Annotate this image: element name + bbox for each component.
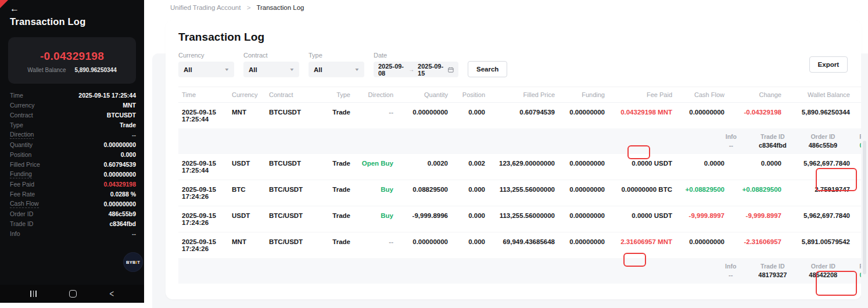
detail-pair-trade-id: Trade IDc8364fbd [759,133,787,149]
table-cell: BTC/USDT [266,232,320,259]
table-cell: 2.75919747 [785,180,853,206]
mobile-page-title: Transaction Log [10,16,85,27]
table-cell: Trade [320,103,354,129]
table-cell: -- [354,103,397,129]
table-cell: Trade [320,180,354,206]
mobile-field-row: TypeTrade [10,120,136,130]
scrollbar-track[interactable] [861,53,868,303]
mobile-field-value: 0.60794539 [104,161,136,168]
table-cell: 0.00000000 BTC [608,180,676,206]
detail-pair-trade-id: Trade ID48179327 [758,263,787,278]
bybit-logo-badge[interactable]: BYBIT [123,252,143,272]
table-cell: 0.00000000 [676,232,728,259]
mobile-field-row: Fee Paid0.04329198 [10,179,136,189]
wallet-balance-value: 5,890.96250344 [74,67,116,73]
detail-pair-value: 486c55b9 [809,142,838,149]
desktop-panel: Unified Trading Account > Transaction Lo… [144,0,868,308]
page-title: Transaction Log [178,31,856,44]
table-cell: MNT [228,103,266,129]
mobile-field-label: Direction [10,131,34,139]
detail-pair-value: c8364fbd [759,142,787,149]
transaction-log-card: Transaction Log Currency All ▼ Contract … [166,20,862,299]
mobile-field-value: 2025-09-15 17:25:44 [78,92,136,99]
table-cell: 0.000 [451,180,489,206]
scrollbar-thumb[interactable] [863,141,866,274]
table-cell: 2.31606957 MNT [608,232,676,259]
table-cell: 0.00000000 [558,103,608,129]
table-cell: 0.0000 [676,154,728,180]
mobile-field-value: 0.00000000 [104,141,136,148]
mobile-field-label: Type [10,121,23,128]
table-cell: BTCUSDT [266,103,320,129]
table-cell: MNT [228,232,266,259]
currency-select[interactable]: All ▼ [178,62,234,77]
mobile-field-row: Order ID486c55b9 [10,209,136,219]
detail-pair-label: Info [725,263,736,270]
type-filter-group: Type All ▼ [309,52,364,77]
detail-pair-info: Info-- [725,263,736,278]
table-cell: 0.04329198 MNT [608,103,676,129]
date-range-picker[interactable]: 2025-09-08 → 2025-09-15 [374,62,458,77]
detail-pair-label: Trade ID [758,263,787,270]
detail-pair-order-id: Order ID486c55b9 [809,133,838,149]
recording-corner-marker [0,0,8,8]
expanded-detail-row: Info--Trade ID48179327Order ID48542208Fe… [178,258,868,284]
export-button[interactable]: Export [809,56,848,73]
recents-icon[interactable] [30,291,37,297]
mobile-field-value: 0.04329198 [104,181,136,188]
table-cell: Trade [320,154,354,180]
transaction-table: TimeCurrencyContractTypeDirectionQuantit… [178,87,856,284]
column-header: Quantity [397,87,451,103]
table-cell: +0.08829500 [676,180,728,206]
transaction-table-body: 2025-09-1517:25:44MNTBTCUSDTTrade--0.000… [178,103,868,284]
summary-amount: -0.04329198 [8,50,136,63]
mobile-field-row: Info-- [10,228,136,238]
detail-pair-order-id: Order ID48542208 [809,263,837,278]
column-header: Direction [354,87,397,103]
search-button[interactable]: Search [468,61,507,77]
detail-pair-label: Order ID [809,263,837,270]
table-cell: Trade [320,232,354,259]
currency-select-value: All [184,66,192,73]
mobile-field-label: Funding [10,170,32,178]
wallet-balance-label: Wallet Balance [27,67,66,73]
table-cell: 113,255.56000000 [489,180,558,206]
contract-select[interactable]: All ▼ [243,62,299,77]
detail-pairs: Info--Trade IDc8364fbdOrder ID486c55b9Fe… [178,128,868,154]
mobile-field-value: 0.00000000 [104,200,136,207]
mobile-field-value: -- [132,131,136,138]
table-cell: Open Buy [354,154,397,180]
column-header: Position [451,87,489,103]
type-select[interactable]: All ▼ [309,62,364,77]
table-cell: 0.0000 USDT [608,206,676,232]
detail-pair-value: 48542208 [809,271,837,278]
contract-filter-label: Contract [243,52,299,59]
date-filter-label: Date [374,52,458,59]
detail-pairs: Info--Trade ID48179327Order ID48542208Fe… [178,258,868,284]
table-cell: USDT [228,154,266,180]
table-cell: +0.08829500 [728,180,785,206]
table-cell: Trade [320,206,354,232]
mobile-field-list: Time2025-09-15 17:25:44CurrencyMNTContra… [10,90,136,238]
home-icon[interactable] [69,290,77,298]
table-cell: -9,999.8996 [397,206,451,232]
detail-pair-value: -- [725,271,736,278]
table-cell: -- [354,232,397,259]
date-filter-group: Date 2025-09-08 → 2025-09-15 [374,52,458,77]
table-cell: 0.00000000 [676,103,728,129]
mobile-field-row: Cash Flow0.00000000 [10,199,136,209]
breadcrumb-parent[interactable]: Unified Trading Account [170,4,241,11]
mobile-field-value: Trade [120,121,136,128]
column-header: Currency [228,87,266,103]
calendar-icon [448,66,454,73]
table-cell: -9,999.8997 [676,206,728,232]
column-header: Change [728,87,785,103]
currency-filter-group: Currency All ▼ [178,52,234,77]
nav-back-icon[interactable]: < [109,288,114,299]
table-cell: 0.00000000 [397,103,451,129]
table-row: 2025-09-1517:24:26USDTBTC/USDTTradeBuy-9… [178,206,868,232]
mobile-field-row: Fee Rate0.0288 % [10,189,136,199]
detail-pair-info: Info-- [726,133,737,149]
back-arrow-icon[interactable]: ← [10,3,19,14]
mobile-field-label: Quantity [10,141,33,148]
